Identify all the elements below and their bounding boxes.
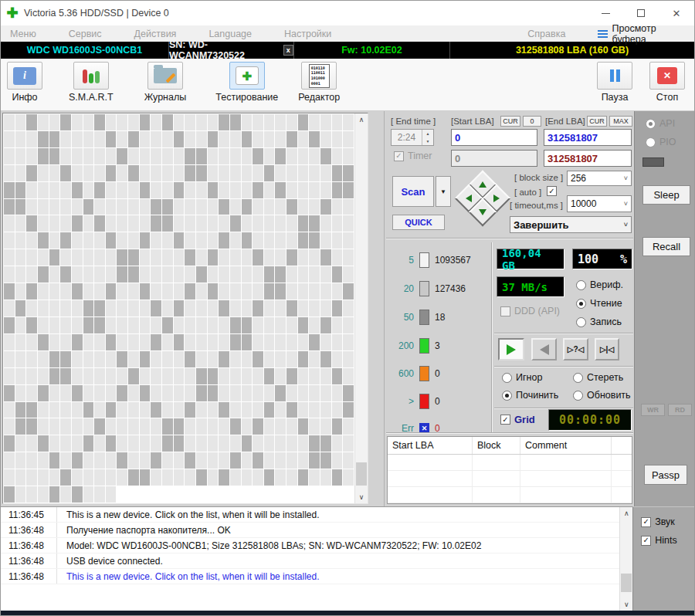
action-refresh-radio[interactable]: Обновить xyxy=(573,390,631,401)
stop-button[interactable]: ✕ Стоп xyxy=(649,62,685,103)
action-ignore-radio[interactable]: Игнор xyxy=(502,372,542,383)
scan-block xyxy=(219,199,229,215)
sleep-button[interactable]: Sleep xyxy=(642,185,690,205)
scroll-up-icon[interactable]: ∧ xyxy=(620,507,632,520)
quick-button[interactable]: QUICK xyxy=(392,215,445,230)
defect-table[interactable]: Start LBABlockComment xyxy=(387,436,632,504)
minimize-button[interactable] xyxy=(588,1,623,25)
device-close-button[interactable]: x xyxy=(283,45,293,56)
mode-write-radio[interactable]: Запись xyxy=(576,316,622,327)
menu-item-5[interactable]: Справка xyxy=(527,29,565,39)
divider xyxy=(386,432,633,434)
timeout-combo[interactable]: 10000 ˅ xyxy=(567,195,632,212)
defect-cell xyxy=(473,487,520,503)
editor-button[interactable]: 010110 110011 101000 0001 Редактор xyxy=(298,62,340,103)
scan-block xyxy=(264,114,275,130)
log-scrollbar-thumb[interactable] xyxy=(621,574,632,592)
end-max-button[interactable]: MAX xyxy=(609,116,632,127)
defect-col-header[interactable]: Block xyxy=(473,437,520,454)
logs-button[interactable]: Журналы xyxy=(144,62,187,103)
menu-item-3[interactable]: Language xyxy=(208,29,252,39)
log-row[interactable]: 11:36:45This is a new device. Click on t… xyxy=(1,507,632,523)
seek-end-button[interactable]: ▷|◁ xyxy=(595,338,619,360)
log-row[interactable]: 11:36:48Model: WDC WD1600JS-00NCB1; Size… xyxy=(1,538,632,553)
scan-scrollbar[interactable]: ∧ ∨ xyxy=(354,113,368,503)
defect-table-row[interactable] xyxy=(388,455,632,471)
speed-block-icon xyxy=(419,366,429,381)
scan-scrollbar-thumb[interactable] xyxy=(356,462,367,486)
recall-button[interactable]: Recall xyxy=(642,237,690,256)
info-button[interactable]: i Инфо xyxy=(7,62,42,103)
mode-verify-radio[interactable]: Вериф. xyxy=(576,279,623,290)
menu-item-4[interactable]: Настройки xyxy=(284,29,331,39)
action-erase-radio[interactable]: Стереть xyxy=(573,372,623,383)
log-row[interactable]: 11:36:48Получение паспорта накопителя...… xyxy=(1,523,632,538)
log-timestamp: 11:36:45 xyxy=(1,509,56,520)
menu-item-1[interactable]: Сервис xyxy=(69,29,102,39)
scan-block xyxy=(320,266,331,283)
action-repair-radio[interactable]: Починить xyxy=(502,390,558,401)
finish-action-combo[interactable]: Завершить ˅ xyxy=(510,216,632,233)
event-log[interactable]: 11:36:45This is a new device. Click on t… xyxy=(1,506,632,611)
scan-block xyxy=(162,232,173,249)
defect-col-header[interactable]: Comment xyxy=(520,437,612,454)
block-size-combo[interactable]: 256 ˅ xyxy=(567,171,632,186)
scan-block xyxy=(174,182,185,198)
sound-checkbox[interactable]: ✓Звук xyxy=(641,516,675,527)
device-model[interactable]: WDC WD1600JS-00NCB1 xyxy=(1,42,169,59)
list-icon xyxy=(598,30,607,38)
scan-block xyxy=(343,334,354,350)
spinner-arrows[interactable]: ▲▼ xyxy=(422,130,433,145)
scan-block xyxy=(230,435,241,452)
log-scrollbar[interactable]: ∧ ∨ xyxy=(619,507,632,611)
menu-item-0[interactable]: Меню xyxy=(10,29,36,39)
mode-read-radio[interactable]: Чтение xyxy=(576,298,622,309)
defect-table-row[interactable] xyxy=(388,487,632,503)
spin-up-icon[interactable]: ▲ xyxy=(422,130,433,137)
scan-block xyxy=(4,131,15,147)
smart-button[interactable]: S.M.A.R.T xyxy=(69,62,114,103)
end-cur-button[interactable]: CUR xyxy=(587,116,607,127)
pause-button[interactable]: Пауза xyxy=(597,62,632,103)
seek-question-button[interactable]: ▷?◁ xyxy=(563,338,588,360)
log-row[interactable]: 11:36:48This is a new device. Click on t… xyxy=(1,569,632,584)
play-backward-button[interactable] xyxy=(531,338,557,360)
defect-table-body xyxy=(388,455,632,503)
scan-block xyxy=(185,114,195,130)
spin-down-icon[interactable]: ▼ xyxy=(422,137,433,145)
scan-block xyxy=(140,334,151,350)
scan-block xyxy=(264,249,275,266)
hints-checkbox[interactable]: ✓Hints xyxy=(641,535,676,546)
scan-block xyxy=(38,435,49,452)
timer-checkbox[interactable]: ✓ Timer xyxy=(394,151,432,161)
scan-button[interactable]: Scan xyxy=(392,176,434,207)
defect-col-header[interactable]: Start LBA xyxy=(388,437,473,454)
scroll-down-icon[interactable]: ∨ xyxy=(355,491,368,503)
scan-block xyxy=(94,402,105,418)
menu-item-2[interactable]: Действия xyxy=(134,29,177,39)
scan-block xyxy=(253,131,263,147)
test-button[interactable]: ✚ Тестирование xyxy=(215,62,278,103)
passport-button[interactable]: Passp xyxy=(644,465,687,485)
scan-block xyxy=(230,131,241,147)
end-lba-input[interactable]: 312581807 xyxy=(544,129,632,146)
scan-block xyxy=(275,317,286,333)
start-zero-button[interactable]: 0 xyxy=(523,116,541,127)
maximize-button[interactable] xyxy=(623,1,659,25)
play-forward-button[interactable] xyxy=(498,338,524,360)
defect-table-row[interactable] xyxy=(388,471,632,487)
scan-block xyxy=(60,317,71,333)
grid-checkbox[interactable]: ✓ Grid xyxy=(500,414,535,425)
end-time-spinner[interactable]: 2:24 ▲▼ xyxy=(391,129,434,146)
scan-block xyxy=(286,435,297,452)
scroll-up-icon[interactable]: ∧ xyxy=(355,113,368,126)
start-cur-button[interactable]: CUR xyxy=(500,116,520,127)
scan-block xyxy=(196,232,207,249)
scroll-down-icon[interactable]: ∨ xyxy=(620,598,632,611)
auto-checkbox[interactable]: ✓ xyxy=(547,186,557,196)
timer-end-input[interactable]: 312581807 xyxy=(544,150,632,167)
scan-dropdown-button[interactable]: ▼ xyxy=(436,176,451,207)
log-row[interactable]: 11:36:48USB device connected. xyxy=(1,553,632,569)
close-button[interactable]: ✕ xyxy=(659,1,694,25)
start-lba-input[interactable]: 0 xyxy=(451,129,537,146)
